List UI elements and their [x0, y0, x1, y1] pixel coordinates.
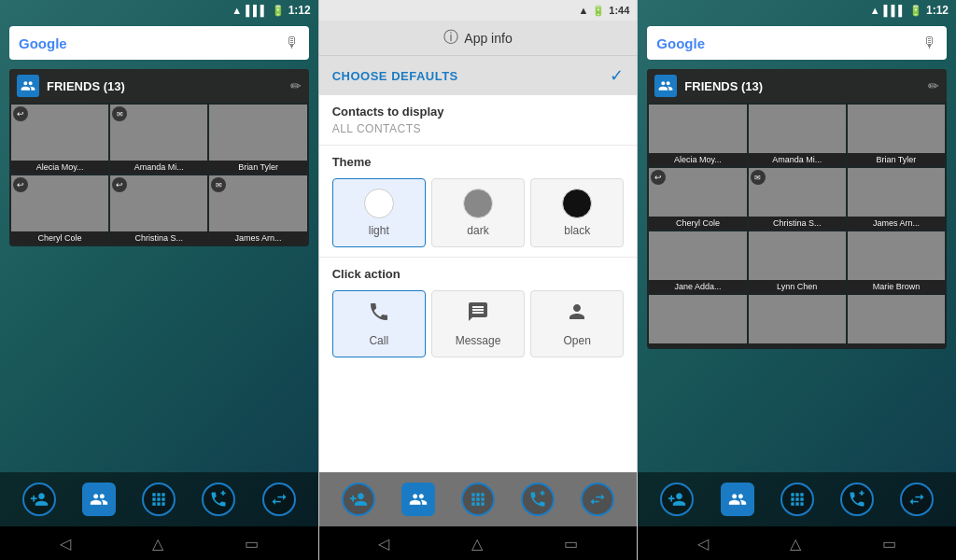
contact-cell-james-right[interactable]: James Arn... — [848, 168, 945, 230]
black-label: black — [564, 224, 590, 237]
google-logo: Google — [19, 35, 285, 51]
contact-cell-lynn-right[interactable]: Lynn Chen — [749, 231, 846, 293]
contact-cell-jane-right[interactable]: Jane Adda... — [649, 231, 746, 293]
app-info-bar: ⓘ App info — [319, 21, 638, 56]
contact-cell-christina-right[interactable]: ✉ Christina S... — [749, 168, 846, 230]
transfer-button-right[interactable] — [900, 483, 934, 516]
left-bottom-dock — [0, 472, 318, 526]
light-label: light — [369, 224, 389, 237]
contact-cell-cheryl-right[interactable]: ↩ Cheryl Cole — [649, 168, 746, 230]
friends-button-right[interactable] — [721, 483, 754, 516]
contact-cell-amanda-right[interactable]: Amanda Mi... — [749, 105, 846, 166]
left-friends-title: FRIENDS (13) — [47, 79, 290, 93]
mic-icon-right[interactable]: 🎙 — [922, 35, 937, 51]
left-phone: ▲ ▌▌▌ 🔋 1:12 Google 🎙 FRIENDS (13) ✏ ↩ A… — [0, 0, 318, 560]
left-nav-bar: ◁ △ ▭ — [0, 526, 318, 560]
contact-cell-r10[interactable] — [649, 295, 746, 347]
theme-black[interactable]: black — [530, 178, 624, 247]
contact-photo — [209, 105, 306, 161]
back-button[interactable]: ◁ — [60, 535, 71, 553]
contacts-to-display-row[interactable]: Contacts to display ALL CONTACTS — [319, 95, 638, 146]
friends-widget-icon-right — [654, 75, 677, 97]
wifi-icon: ▲ — [578, 5, 588, 16]
contact-cell-alecia-moy[interactable]: ↩ Alecia Moy... — [11, 105, 108, 174]
edit-icon-right[interactable]: ✏ — [928, 78, 939, 93]
action-call[interactable]: Call — [332, 290, 426, 357]
friends-widget-icon — [17, 75, 39, 97]
contact-badge: ↩ — [13, 177, 28, 192]
contact-name: James Arn... — [209, 231, 306, 245]
left-google-bar[interactable]: Google 🎙 — [9, 26, 309, 60]
people-plus-button-right[interactable] — [660, 483, 694, 516]
back-button-right[interactable]: ◁ — [697, 535, 709, 553]
left-friends-header: FRIENDS (13) ✏ — [9, 69, 309, 103]
contact-cell-cheryl[interactable]: ↩ Cheryl Cole — [11, 175, 108, 245]
recent-button-right[interactable]: ▭ — [882, 535, 896, 553]
contact-name — [848, 343, 945, 347]
google-logo-right: Google — [656, 35, 922, 51]
message-action-icon — [467, 301, 489, 329]
action-open[interactable]: Open — [530, 290, 624, 357]
right-phone: ▲ ▌▌▌ 🔋 1:12 Google 🎙 FRIENDS (13) ✏ Ale… — [638, 0, 956, 560]
contact-cell-r11[interactable] — [749, 295, 846, 347]
wifi-icon: ▲ — [232, 5, 242, 16]
grid-button-right[interactable] — [780, 483, 814, 516]
settings-content: CHOOSE DEFAULTS ✓ Contacts to display AL… — [319, 56, 638, 472]
click-action-section: Click action Call Message — [319, 257, 638, 367]
grid-button-mid[interactable] — [461, 483, 495, 516]
left-status-icons: ▲ ▌▌▌ 🔋 1:12 — [232, 4, 310, 17]
transfer-button-mid[interactable] — [581, 483, 614, 516]
contact-cell-brian-right[interactable]: Brian Tyler — [848, 105, 945, 166]
contact-cell-james[interactable]: ✉ James Arn... — [209, 175, 306, 245]
recent-button-mid[interactable]: ▭ — [564, 535, 578, 553]
home-button[interactable]: △ — [152, 535, 163, 553]
call-plus-button[interactable] — [202, 483, 235, 516]
edit-icon[interactable]: ✏ — [290, 78, 302, 93]
contact-badge: ↩ — [13, 106, 28, 121]
checkmark-icon[interactable]: ✓ — [610, 65, 624, 86]
right-nav-bar: ◁ △ ▭ — [638, 526, 956, 560]
action-message[interactable]: Message — [431, 290, 525, 357]
left-time: 1:12 — [288, 4, 311, 17]
left-status-bar: ▲ ▌▌▌ 🔋 1:12 — [0, 0, 318, 21]
contact-photo — [749, 105, 846, 153]
click-action-label: Click action — [332, 267, 625, 281]
middle-bottom-dock — [319, 472, 638, 526]
theme-light[interactable]: light — [332, 178, 426, 247]
contact-name: Brian Tyler — [848, 153, 945, 166]
contact-name — [649, 343, 746, 347]
call-plus-button-mid[interactable] — [521, 483, 555, 516]
contact-cell-brian[interactable]: Brian Tyler — [209, 105, 306, 174]
mic-icon[interactable]: 🎙 — [285, 35, 300, 51]
battery-icon: 🔋 — [592, 5, 605, 17]
theme-dark[interactable]: dark — [431, 178, 525, 247]
back-button-mid[interactable]: ◁ — [378, 535, 389, 553]
right-google-bar[interactable]: Google 🎙 — [647, 26, 947, 60]
contact-cell-marie-right[interactable]: Marie Brown — [848, 231, 945, 293]
grid-button[interactable] — [142, 483, 176, 516]
contact-name: Alecia Moy... — [11, 161, 108, 174]
friends-button[interactable] — [82, 483, 116, 516]
contact-cell-alecia-right[interactable]: Alecia Moy... — [649, 105, 746, 166]
call-plus-button-right[interactable] — [840, 483, 874, 516]
app-info-text: App info — [464, 31, 512, 46]
right-status-bar: ▲ ▌▌▌ 🔋 1:12 — [638, 0, 956, 21]
contacts-value: ALL CONTACTS — [332, 122, 625, 135]
contact-cell-amanda[interactable]: ✉ Amanda Mi... — [110, 105, 207, 174]
people-plus-button[interactable] — [22, 483, 56, 516]
contact-photo — [649, 295, 746, 343]
contact-cell-christina[interactable]: ↩ Christina S... — [110, 175, 207, 245]
friends-button-mid[interactable] — [401, 483, 435, 516]
home-button-right[interactable]: △ — [790, 535, 801, 553]
recent-button[interactable]: ▭ — [245, 535, 259, 553]
people-plus-button-mid[interactable] — [342, 483, 375, 516]
left-friends-widget: FRIENDS (13) ✏ ↩ Alecia Moy... ✉ Amanda … — [9, 69, 309, 246]
choose-defaults-title: CHOOSE DEFAULTS — [332, 69, 458, 83]
right-contacts-grid: Alecia Moy... Amanda Mi... Brian Tyler ↩… — [647, 103, 947, 349]
contact-name: Alecia Moy... — [649, 153, 746, 166]
home-button-mid[interactable]: △ — [471, 535, 483, 553]
transfer-button[interactable] — [262, 483, 296, 516]
contact-photo — [848, 105, 945, 153]
action-options: Call Message Open — [332, 290, 625, 357]
contact-cell-r12[interactable] — [848, 295, 945, 347]
